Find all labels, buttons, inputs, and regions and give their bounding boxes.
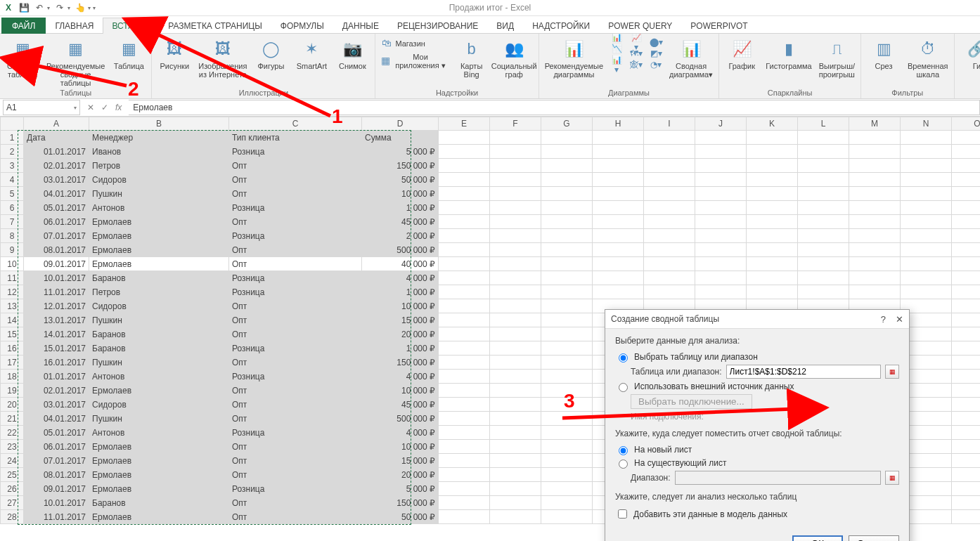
- cell[interactable]: [798, 173, 849, 187]
- график-button[interactable]: 📈График: [723, 37, 760, 72]
- cell[interactable]: [541, 173, 593, 187]
- cell[interactable]: [490, 327, 541, 341]
- cell[interactable]: [490, 131, 541, 145]
- cell[interactable]: Ермолаев: [89, 440, 229, 454]
- cell[interactable]: Опт: [229, 159, 362, 173]
- cell[interactable]: 15 000 ₽: [362, 454, 439, 468]
- cell[interactable]: [490, 341, 541, 356]
- cell[interactable]: [798, 229, 849, 243]
- cell[interactable]: [695, 201, 747, 215]
- cell[interactable]: [490, 229, 541, 243]
- cell[interactable]: [747, 271, 798, 285]
- cell[interactable]: Опт: [229, 215, 362, 229]
- cell[interactable]: Баранов: [89, 341, 229, 356]
- cell[interactable]: [541, 384, 593, 398]
- cell[interactable]: [798, 187, 849, 201]
- row-header[interactable]: 25: [1, 468, 24, 482]
- col-header-D[interactable]: D: [362, 117, 439, 131]
- cell[interactable]: Сидоров: [89, 398, 229, 412]
- cell[interactable]: [901, 243, 952, 257]
- cell[interactable]: [541, 468, 593, 482]
- tab-данные[interactable]: ДАННЫЕ: [333, 18, 388, 34]
- chart-type-icon[interactable]: 🕸▾: [628, 59, 644, 70]
- cell[interactable]: [439, 173, 490, 187]
- cell[interactable]: [747, 131, 798, 145]
- cell[interactable]: Антонов: [89, 370, 229, 384]
- cell[interactable]: 04.01.2017: [24, 187, 89, 201]
- cell[interactable]: [439, 412, 490, 426]
- row-header[interactable]: 15: [1, 327, 24, 341]
- cell[interactable]: 5 000 ₽: [362, 482, 439, 496]
- cell[interactable]: 20 000 ₽: [362, 327, 439, 341]
- worksheet-grid[interactable]: ABCDEFGHIJKLMNOPQ1ДатаМенеджерТип клиент…: [0, 117, 980, 541]
- cell[interactable]: [849, 173, 901, 187]
- radio-new-sheet[interactable]: На новый лист: [615, 444, 899, 455]
- cell[interactable]: Ермолаев: [89, 257, 229, 271]
- chevron-down-icon[interactable]: ▾: [74, 105, 77, 111]
- cell[interactable]: [849, 201, 901, 215]
- cell[interactable]: Опт: [229, 257, 362, 271]
- row-header[interactable]: 23: [1, 440, 24, 454]
- fx-icon[interactable]: fx: [115, 103, 122, 112]
- cell[interactable]: [490, 187, 541, 201]
- cell[interactable]: Ермолаев: [89, 215, 229, 229]
- cell[interactable]: 04.01.2017: [24, 412, 89, 426]
- cell[interactable]: [490, 215, 541, 229]
- row-header[interactable]: 12: [1, 285, 24, 299]
- col-header-C[interactable]: C: [229, 117, 362, 131]
- cell[interactable]: Розница: [229, 370, 362, 384]
- cell[interactable]: [490, 285, 541, 299]
- cell[interactable]: [541, 398, 593, 412]
- enter-formula-icon[interactable]: ✓: [101, 103, 108, 112]
- cell[interactable]: [541, 454, 593, 468]
- cell[interactable]: Опт: [229, 299, 362, 313]
- cell[interactable]: [490, 468, 541, 482]
- cell[interactable]: Ермолаев: [89, 482, 229, 496]
- col-header-N[interactable]: N: [901, 117, 952, 131]
- cell[interactable]: Опт: [229, 398, 362, 412]
- chart-type-icon[interactable]: ◔▾: [648, 59, 664, 70]
- cell[interactable]: Опт: [229, 384, 362, 398]
- cell[interactable]: [695, 215, 747, 229]
- cell[interactable]: 01.01.2017: [24, 145, 89, 159]
- cell[interactable]: 500 000 ₽: [362, 243, 439, 257]
- cell[interactable]: [695, 243, 747, 257]
- tab-рецензирование[interactable]: РЕЦЕНЗИРОВАНИЕ: [388, 18, 487, 34]
- cell[interactable]: [849, 285, 901, 299]
- cell[interactable]: 12.01.2017: [24, 299, 89, 313]
- cell[interactable]: [952, 426, 981, 440]
- cell[interactable]: [439, 327, 490, 341]
- cell[interactable]: Сидоров: [89, 173, 229, 187]
- cell[interactable]: [541, 440, 593, 454]
- cell[interactable]: [439, 356, 490, 370]
- cell[interactable]: [490, 145, 541, 159]
- row-header[interactable]: 11: [1, 271, 24, 285]
- мои-приложения-button[interactable]: ▦Мои приложения ▾: [380, 51, 449, 70]
- cell[interactable]: [952, 201, 981, 215]
- cell[interactable]: [439, 510, 490, 524]
- cell[interactable]: [593, 285, 644, 299]
- cell[interactable]: [644, 271, 695, 285]
- cell[interactable]: Антонов: [89, 201, 229, 215]
- cell[interactable]: [490, 482, 541, 496]
- cell[interactable]: [952, 285, 981, 299]
- cell[interactable]: [439, 384, 490, 398]
- cell[interactable]: [490, 426, 541, 440]
- cell[interactable]: 150 000 ₽: [362, 356, 439, 370]
- cell[interactable]: [439, 440, 490, 454]
- cell[interactable]: 03.01.2017: [24, 173, 89, 187]
- cell[interactable]: Опт: [229, 496, 362, 510]
- cell[interactable]: [695, 145, 747, 159]
- cell[interactable]: 2 000 ₽: [362, 229, 439, 243]
- социальный-button[interactable]: 👥Социальный граф: [494, 37, 534, 80]
- cell[interactable]: 14.01.2017: [24, 327, 89, 341]
- cell[interactable]: [849, 229, 901, 243]
- cell[interactable]: [439, 341, 490, 356]
- cell[interactable]: [439, 271, 490, 285]
- cell[interactable]: Антонов: [89, 426, 229, 440]
- cell[interactable]: 07.01.2017: [24, 454, 89, 468]
- cell[interactable]: [644, 229, 695, 243]
- cell[interactable]: Опт: [229, 412, 362, 426]
- cell[interactable]: [490, 384, 541, 398]
- radio-external-source[interactable]: Использовать внешний источник данных: [615, 381, 899, 392]
